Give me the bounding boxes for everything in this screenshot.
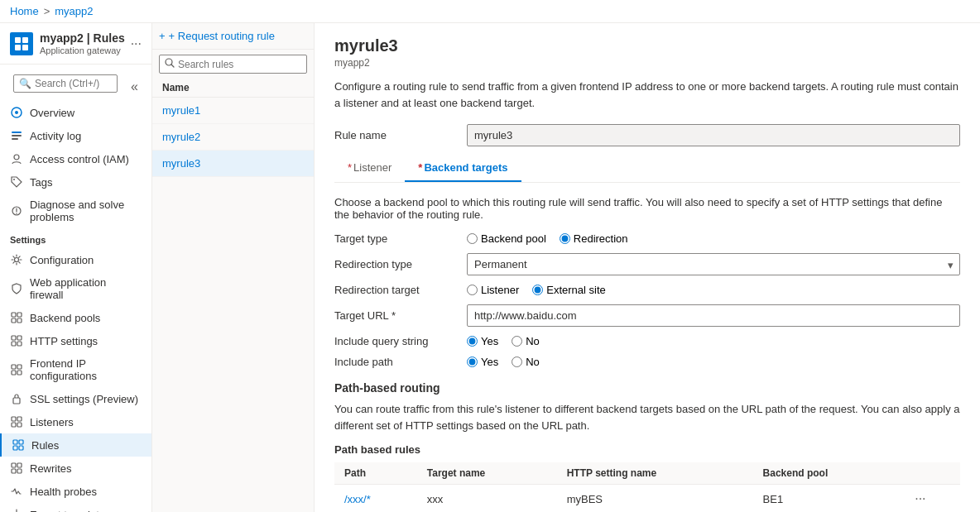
svg-rect-18 [17, 336, 22, 340]
rule-name-input[interactable] [467, 124, 960, 146]
breadcrumb-home[interactable]: Home [10, 5, 39, 17]
svg-rect-14 [17, 313, 22, 317]
breadcrumb: Home > myapp2 [0, 0, 980, 23]
row-more-button[interactable]: ··· [915, 491, 925, 506]
add-rule-button[interactable]: + + Request routing rule [159, 30, 275, 42]
radio-path-no[interactable]: No [512, 356, 540, 368]
rules-search[interactable] [159, 55, 307, 74]
list-item-selected[interactable]: myrule3 [152, 151, 314, 177]
backend-pool-cell: BE1 [753, 485, 906, 513]
radio-backend-pool[interactable]: Backend pool [467, 232, 546, 245]
sidebar-item-export-template[interactable]: Export template [0, 503, 151, 512]
access-control-icon [10, 152, 23, 165]
svg-rect-24 [17, 371, 22, 375]
path-based-rules-table: Path Target name HTTP setting name Backe… [334, 462, 960, 512]
sidebar: myapp2 | Rules Application gateway ··· 🔍… [0, 23, 152, 512]
target-type-field: Target type Backend pool Redirection [334, 232, 960, 245]
frontend-ip-icon [10, 363, 23, 376]
rules-search-input[interactable] [178, 59, 301, 70]
include-query-string-field: Include query string Yes No [334, 335, 960, 347]
svg-rect-13 [12, 313, 16, 317]
sidebar-search[interactable]: 🔍 [13, 74, 118, 93]
sidebar-item-backend-pools[interactable]: Backend pools [0, 306, 151, 329]
svg-rect-23 [12, 371, 16, 375]
sidebar-item-overview[interactable]: Overview [0, 101, 151, 124]
sidebar-item-label: Configuration [30, 254, 94, 266]
tab-listener[interactable]: *Listener [334, 155, 405, 182]
sidebar-item-label: SSL settings (Preview) [30, 393, 138, 405]
http-setting-cell: myBES [557, 485, 753, 513]
sidebar-item-http-settings[interactable]: HTTP settings [0, 329, 151, 352]
sidebar-item-label: Export template [30, 509, 105, 513]
sidebar-item-frontend-ip[interactable]: Frontend IP configurations [0, 352, 151, 387]
sidebar-item-label: Overview [30, 107, 74, 119]
rewrites-icon [10, 462, 23, 475]
radio-listener[interactable]: Listener [467, 284, 519, 296]
activity-log-icon [10, 129, 23, 142]
redirection-type-select-wrapper: Permanent Found See Other Temporary ▾ [467, 253, 960, 275]
col-target-name: Target name [417, 462, 557, 485]
svg-rect-2 [15, 45, 21, 50]
target-url-value [467, 304, 960, 327]
sidebar-item-label: Health probes [30, 486, 97, 498]
list-item[interactable]: myrule1 [152, 98, 314, 124]
rules-list-header: Name [152, 79, 314, 98]
target-url-field: Target URL * [334, 304, 960, 327]
radio-query-no[interactable]: No [512, 335, 540, 347]
diagnose-icon [10, 204, 23, 218]
tab-backend-targets[interactable]: *Backend targets [405, 155, 521, 182]
svg-rect-29 [17, 423, 22, 427]
search-icon [165, 58, 175, 70]
add-icon: + [159, 30, 166, 42]
sidebar-item-label: Rewrites [30, 462, 72, 475]
target-name-cell: xxx [417, 485, 557, 513]
sidebar-item-diagnose[interactable]: Diagnose and solve problems [0, 194, 151, 228]
redirection-type-select[interactable]: Permanent Found See Other Temporary [467, 253, 960, 275]
collapse-button[interactable]: « [124, 76, 145, 98]
sidebar-item-activity-log[interactable]: Activity log [0, 124, 151, 147]
sidebar-item-access-control[interactable]: Access control (IAM) [0, 147, 151, 170]
radio-external-site[interactable]: External site [532, 284, 606, 296]
sidebar-item-rules[interactable]: Rules [0, 433, 151, 457]
sidebar-item-label: Activity log [30, 130, 81, 142]
search-input[interactable] [35, 78, 112, 89]
radio-redirection[interactable]: Redirection [560, 232, 628, 245]
sidebar-item-waf[interactable]: Web application firewall [0, 271, 151, 306]
sidebar-item-health-probes[interactable]: Health probes [0, 480, 151, 503]
detail-description: Configure a routing rule to send traffic… [334, 79, 960, 111]
sidebar-item-label: Frontend IP configurations [30, 357, 142, 382]
path-table-title: Path based rules [334, 443, 960, 456]
svg-rect-28 [12, 423, 16, 427]
radio-query-yes[interactable]: Yes [467, 335, 498, 347]
breadcrumb-current[interactable]: myapp2 [55, 5, 93, 17]
waf-icon [10, 282, 23, 295]
tags-icon [10, 175, 23, 189]
svg-point-9 [14, 155, 19, 160]
redirection-target-options: Listener External site [467, 284, 960, 296]
sidebar-title: myapp2 | Rules [40, 31, 125, 45]
target-url-input[interactable] [467, 304, 960, 327]
sidebar-item-tags[interactable]: Tags [0, 170, 151, 194]
include-path-label: Include path [334, 356, 467, 368]
sidebar-item-label: Backend pools [30, 312, 100, 324]
list-item[interactable]: myrule2 [152, 124, 314, 151]
svg-rect-35 [17, 463, 22, 467]
sidebar-item-listeners[interactable]: Listeners [0, 410, 151, 433]
detail-title: myrule3 [334, 36, 960, 55]
svg-rect-22 [17, 365, 22, 369]
col-actions [905, 462, 960, 485]
path-link[interactable]: /xxx/* [344, 493, 371, 505]
sidebar-item-configuration[interactable]: Configuration [0, 248, 151, 271]
radio-path-yes[interactable]: Yes [467, 356, 498, 368]
include-query-string-options: Yes No [467, 335, 960, 347]
detail-tabs: *Listener *Backend targets [334, 155, 960, 183]
sidebar-more-button[interactable]: ··· [131, 36, 142, 51]
svg-rect-21 [12, 365, 16, 369]
svg-rect-15 [12, 318, 16, 323]
ssl-settings-icon [10, 392, 23, 405]
svg-rect-0 [15, 37, 21, 43]
sidebar-item-ssl-settings[interactable]: SSL settings (Preview) [0, 387, 151, 410]
svg-rect-25 [13, 398, 20, 404]
sidebar-item-rewrites[interactable]: Rewrites [0, 457, 151, 480]
search-icon: 🔍 [19, 78, 31, 89]
